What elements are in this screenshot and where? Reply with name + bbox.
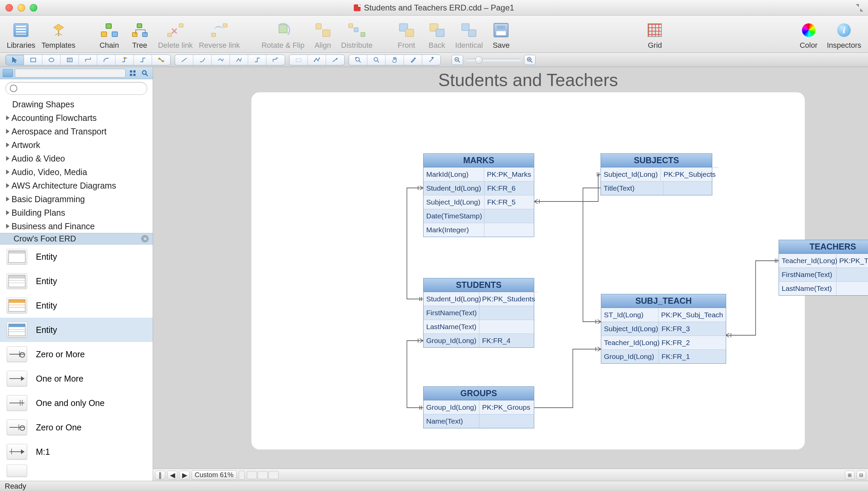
- eyedropper-tool[interactable]: [404, 55, 422, 65]
- category-item[interactable]: Artwork: [0, 138, 153, 152]
- zoom-slider[interactable]: [466, 59, 521, 61]
- shape-one-or-more[interactable]: One or More: [0, 366, 153, 391]
- color-button[interactable]: Color: [797, 21, 821, 50]
- text-tool[interactable]: [61, 55, 79, 65]
- templates-button[interactable]: Templates: [41, 21, 75, 50]
- inspectors-button[interactable]: iInspectors: [827, 21, 862, 50]
- svg-line-21: [359, 61, 361, 62]
- grid-button[interactable]: Grid: [643, 21, 667, 50]
- rotate-flip-button: Rotate & Flip: [261, 21, 304, 50]
- shape-zero-or-one[interactable]: Zero or One: [0, 415, 153, 440]
- page-tab-2[interactable]: [258, 471, 268, 479]
- zoom-slider-thumb[interactable]: [475, 56, 483, 64]
- page-tab-1[interactable]: [247, 471, 257, 479]
- sidebar-search-input[interactable]: [19, 85, 143, 92]
- entity-marks[interactable]: MARKS MarkId(Long)PK:PK_Marks Student_Id…: [423, 153, 534, 237]
- shape-entity-1[interactable]: Entity: [0, 244, 153, 269]
- zoom-window-button[interactable]: [30, 4, 37, 12]
- entity-subjects[interactable]: SUBJECTS Subject_Id(Long)PK:PK_Subjects …: [601, 153, 712, 195]
- library-search-icon[interactable]: [140, 69, 150, 78]
- page-prev-button[interactable]: ◀: [167, 471, 177, 479]
- entity-subj-teach[interactable]: SUBJ_TEACH ST_Id(Long)PK:PK_Subj_Teach S…: [601, 294, 726, 364]
- pointer-tool[interactable]: [6, 55, 24, 65]
- sidebar-top-search[interactable]: [15, 69, 126, 78]
- line-tool-4[interactable]: [230, 55, 248, 65]
- category-item[interactable]: Basic Diagramming: [0, 192, 153, 206]
- hand-tool[interactable]: [386, 55, 404, 65]
- shape-zero-or-more[interactable]: Zero or More: [0, 342, 153, 366]
- fullscreen-icon[interactable]: [856, 4, 863, 12]
- entity-students[interactable]: STUDENTS Student_Id(Long)PK:PK_Students …: [423, 278, 534, 348]
- view-mode-1[interactable]: ⊞: [845, 471, 854, 479]
- align-icon: [316, 23, 330, 37]
- titlebar: Students and Teachers ERD.cdd – Page1: [0, 0, 868, 16]
- category-item[interactable]: Building Plans: [0, 206, 153, 219]
- category-item[interactable]: Audio, Video, Media: [0, 165, 153, 179]
- zoom-in-button[interactable]: [524, 55, 536, 65]
- back-icon: [430, 23, 444, 37]
- sidebar-search-box[interactable]: [5, 82, 147, 95]
- status-bar: Ready: [0, 481, 868, 491]
- shape-entity-2[interactable]: Entity: [0, 269, 153, 293]
- line-tool-6[interactable]: [266, 55, 285, 65]
- category-item[interactable]: Drawing Shapes: [0, 98, 153, 111]
- sidebar-search-row: [0, 79, 153, 98]
- wand-tool[interactable]: [422, 55, 440, 65]
- shape-entity-4[interactable]: Entity: [0, 318, 153, 342]
- close-window-button[interactable]: [5, 4, 13, 12]
- connector-tool-1[interactable]: [79, 55, 97, 65]
- close-category-icon[interactable]: ✕: [141, 235, 149, 242]
- zoom-tool[interactable]: [367, 55, 386, 65]
- secondary-toolbar: [0, 53, 868, 67]
- shape-one-only[interactable]: One and only One: [0, 391, 153, 415]
- edit-tool-1[interactable]: [289, 55, 308, 65]
- page-next-button[interactable]: ▶: [179, 471, 190, 479]
- view-mode-2[interactable]: ⊟: [856, 471, 866, 479]
- category-item[interactable]: AWS Architecture Diagrams: [0, 179, 153, 192]
- page[interactable]: Students and Teachers: [231, 67, 825, 467]
- library-grid-view-icon[interactable]: [128, 69, 138, 78]
- line-tool-5[interactable]: [248, 55, 266, 65]
- shape-m-1[interactable]: M:1: [0, 440, 153, 464]
- svg-point-17: [319, 57, 320, 59]
- save-button[interactable]: Save: [489, 21, 513, 50]
- zoom-area-tool[interactable]: [349, 55, 367, 65]
- ellipse-tool[interactable]: [42, 55, 61, 65]
- line-tool-2[interactable]: [193, 55, 212, 65]
- libraries-button[interactable]: Libraries: [7, 21, 35, 50]
- zoom-stepper[interactable]: [239, 471, 245, 479]
- library-panel-icon[interactable]: [3, 69, 13, 77]
- connector-tool-4[interactable]: [134, 55, 152, 65]
- zoom-display[interactable]: Custom 61%: [192, 470, 237, 480]
- window-title: Students and Teachers ERD.cdd – Page1: [364, 3, 514, 13]
- tree-button[interactable]: Tree: [128, 21, 152, 50]
- line-tool-3[interactable]: [212, 55, 230, 65]
- front-button: Front: [394, 21, 419, 50]
- connector-tool-2[interactable]: [97, 55, 115, 65]
- active-category-header[interactable]: Crow's Foot ERD ✕: [0, 233, 153, 244]
- reverse-link-button: Reverse link: [199, 21, 240, 50]
- edit-tool-2[interactable]: [308, 55, 326, 65]
- rect-tool[interactable]: [24, 55, 42, 65]
- page-tab-3[interactable]: [268, 471, 279, 479]
- minimize-window-button[interactable]: [18, 4, 25, 12]
- connector-tool-3[interactable]: [115, 55, 134, 65]
- canvas-scroll[interactable]: Students and Teachers: [153, 67, 868, 469]
- category-item[interactable]: Accounting Flowcharts: [0, 111, 153, 125]
- entity-groups[interactable]: GROUPS Group_Id(Long)PK:PK_Groups Name(T…: [423, 386, 534, 428]
- category-item[interactable]: Aerospace and Transport: [0, 125, 153, 138]
- shape-entity-3[interactable]: Entity: [0, 293, 153, 318]
- edit-tool-3[interactable]: [326, 55, 344, 65]
- category-item[interactable]: Business and Finance: [0, 219, 153, 233]
- shape-extra[interactable]: [0, 464, 153, 477]
- connector-tool-5[interactable]: [152, 55, 170, 65]
- line-tool-1[interactable]: [175, 55, 193, 65]
- entity-teachers[interactable]: TEACHERS Teacher_Id(Long)PK:PK_Teachers …: [779, 240, 868, 296]
- zoom-out-button[interactable]: [452, 55, 463, 65]
- chain-button[interactable]: Chain: [97, 21, 122, 50]
- svg-rect-33: [130, 70, 132, 72]
- category-item[interactable]: Audio & Video: [0, 152, 153, 165]
- category-list: Drawing Shapes Accounting Flowcharts Aer…: [0, 98, 153, 233]
- zero-or-one-icon: [7, 420, 27, 435]
- page-pause-button[interactable]: ∥: [155, 471, 165, 479]
